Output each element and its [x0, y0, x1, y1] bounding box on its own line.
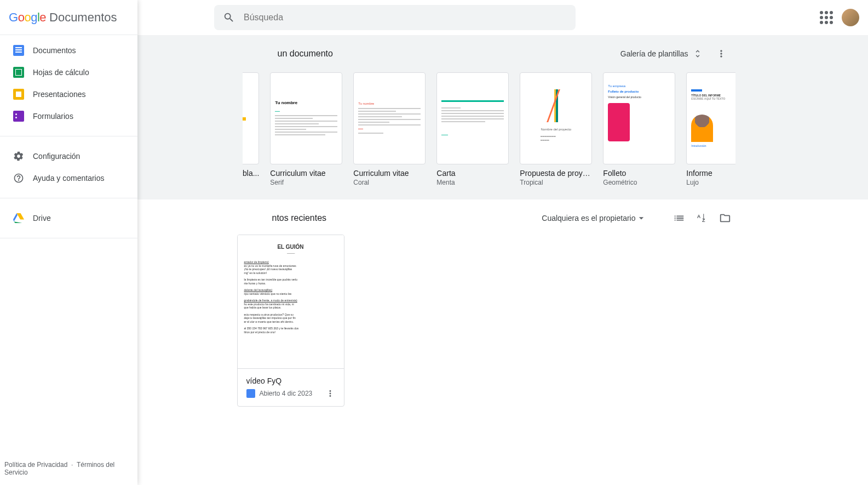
sort-button[interactable]: AZ — [696, 212, 708, 224]
dropdown-icon — [636, 213, 647, 224]
docs-icon — [13, 45, 24, 56]
search-input[interactable] — [244, 13, 567, 22]
sidebar-item-label: Ayuda y comentarios — [33, 174, 104, 182]
sidebar-drive-group: Drive — [0, 203, 137, 233]
sidebar-item-documentos[interactable]: Documentos — [0, 39, 137, 61]
document-info: vídeo FyQ Abierto 4 dic 2023 — [238, 369, 344, 406]
svg-text:A: A — [697, 214, 700, 219]
template-name: Carta — [436, 169, 509, 178]
recent-title-partial: ntos recientes — [272, 213, 327, 223]
sheets-icon — [13, 67, 24, 78]
sidebar-item-label: Hojas de cálculo — [33, 68, 89, 77]
template-subtitle: Geométrico — [603, 179, 675, 186]
divider — [0, 136, 137, 136]
gear-icon — [13, 151, 24, 162]
template-thumb: Nombre del proyecto━━━━━━━━━━━ — [520, 72, 592, 164]
owner-filter-label: Cualquiera es el propietario — [542, 214, 635, 222]
document-name: vídeo FyQ — [246, 376, 335, 385]
template-name: Propuesta de proy… — [520, 169, 592, 178]
sidebar-item-hojas[interactable]: Hojas de cálculo — [0, 61, 137, 83]
document-preview: EL GUIÓN ━━━━━━━ entador de limpieza)es … — [238, 235, 344, 369]
template-thumb: ━━━━ — [436, 72, 509, 164]
header-actions — [820, 9, 859, 26]
template-subtitle: Menta — [436, 179, 509, 186]
unfold-icon — [693, 49, 703, 59]
product-name: Documentos — [49, 10, 117, 25]
template-thumb: TÍTULO DEL INFORME ESCRIBE AQUÍ TU TEXTO… — [686, 72, 735, 164]
template-subtitle: Lujo — [686, 179, 735, 186]
slides-icon — [13, 89, 24, 100]
sidebar-item-ayuda[interactable]: Ayuda y comentarios — [0, 167, 137, 189]
template-thumb: Tu empresa Folleto de producto Visión ge… — [603, 72, 675, 164]
template-thumb: Tu nombre ━━━ — [353, 72, 426, 164]
drive-icon — [13, 213, 24, 224]
view-controls: AZ — [673, 212, 731, 224]
divider — [0, 238, 137, 238]
template-name: Curriculum vitae — [353, 169, 426, 178]
folder-button[interactable] — [719, 212, 731, 224]
search-container — [214, 5, 576, 30]
apps-icon[interactable] — [820, 11, 833, 24]
template-name: Curriculum vitae — [270, 169, 342, 178]
templates-header: un documento Galería de plantillas — [243, 44, 735, 64]
gallery-label: Galería de plantillas — [620, 49, 688, 58]
template-card-cv-serif[interactable]: Tu nombre ━━━ Curriculum vitae Serif — [270, 72, 342, 186]
sidebar-item-configuracion[interactable]: Configuración — [0, 145, 137, 167]
document-more-button[interactable] — [325, 389, 335, 398]
list-icon — [673, 212, 685, 224]
sidebar-drawer: Google Documentos Documentos Hojas de cá… — [0, 0, 137, 418]
template-card-informe[interactable]: TÍTULO DEL INFORME ESCRIBE AQUÍ TU TEXTO… — [686, 72, 735, 186]
sidebar-item-presentaciones[interactable]: Presentaciones — [0, 83, 137, 105]
template-gallery-button[interactable]: Galería de plantillas — [616, 45, 707, 62]
list-view-button[interactable] — [673, 212, 685, 224]
templates-title-partial: un documento — [278, 49, 333, 59]
help-icon — [13, 173, 24, 184]
owner-filter-dropdown[interactable]: Cualquiera es el propietario — [537, 210, 651, 226]
docs-icon — [246, 389, 255, 398]
sort-az-icon: AZ — [696, 212, 708, 224]
more-vert-icon — [325, 389, 335, 398]
template-name: Informe — [686, 169, 735, 178]
sidebar-logo-area[interactable]: Google Documentos — [0, 0, 137, 35]
sidebar-item-label: Drive — [33, 214, 51, 222]
plus-icon — [243, 109, 246, 128]
preview-title: EL GUIÓN — [244, 244, 337, 250]
template-card-blank[interactable]: ...nto en bla... — [243, 72, 260, 186]
search-icon — [223, 12, 235, 24]
template-name: ...nto en bla... — [243, 169, 260, 178]
templates-row: ...nto en bla... Tu nombre ━━━ Curriculu… — [243, 72, 735, 186]
template-name: Folleto — [603, 169, 675, 178]
sidebar-item-formularios[interactable]: Formularios — [0, 105, 137, 127]
template-card-carta[interactable]: ━━━━ Carta Menta — [436, 72, 509, 186]
template-card-folleto[interactable]: Tu empresa Folleto de producto Visión ge… — [603, 72, 675, 186]
document-card[interactable]: EL GUIÓN ━━━━━━━ entador de limpieza)es … — [237, 235, 344, 407]
sidebar-settings-group: Configuración Ayuda y comentarios — [0, 141, 137, 193]
forms-icon — [13, 111, 24, 122]
sidebar-item-drive[interactable]: Drive — [0, 207, 137, 229]
more-vert-icon — [716, 48, 727, 59]
templates-more-button[interactable] — [711, 44, 731, 64]
template-subtitle: Tropical — [520, 179, 592, 186]
search-box[interactable] — [214, 5, 576, 30]
folder-icon — [719, 212, 731, 224]
template-thumb: Tu nombre ━━━ — [270, 72, 342, 164]
divider — [0, 198, 137, 198]
sidebar-item-label: Documentos — [33, 46, 76, 55]
sidebar-item-label: Configuración — [33, 152, 80, 161]
document-opened-date: Abierto 4 dic 2023 — [260, 390, 313, 397]
google-logo: Google — [9, 10, 46, 25]
sidebar-item-label: Formularios — [33, 112, 73, 121]
sidebar-item-label: Presentaciones — [33, 90, 86, 99]
sidebar-apps-group: Documentos Hojas de cálculo Presentacion… — [0, 35, 137, 132]
template-subtitle: Coral — [353, 179, 426, 186]
template-card-cv-coral[interactable]: Tu nombre ━━━ Curriculum vitae Coral — [353, 72, 426, 186]
template-thumb — [243, 72, 260, 164]
recent-header: ntos recientes Cualquiera es el propieta… — [243, 210, 735, 226]
template-subtitle: Serif — [270, 179, 342, 186]
template-card-propuesta[interactable]: Nombre del proyecto━━━━━━━━━━━ Propuesta… — [520, 72, 592, 186]
avatar[interactable] — [842, 9, 859, 26]
